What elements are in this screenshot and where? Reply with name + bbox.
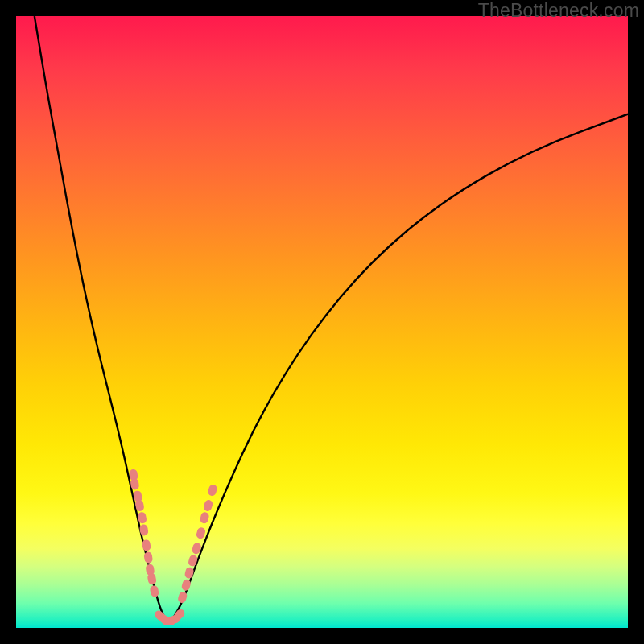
- curve-marker: [150, 585, 160, 598]
- curve-marker: [207, 484, 217, 497]
- chart-svg: [16, 16, 628, 628]
- bottleneck-curve: [35, 16, 628, 621]
- outer-frame: TheBottleneck.com: [0, 0, 644, 644]
- curve-marker: [196, 526, 206, 539]
- curve-marker: [184, 567, 195, 580]
- curve-marker: [203, 499, 214, 512]
- curve-layer: [35, 16, 628, 621]
- plot-area: [16, 16, 628, 628]
- curve-marker: [200, 511, 210, 524]
- marker-layer: [129, 469, 218, 626]
- watermark-text: TheBottleneck.com: [478, 0, 639, 22]
